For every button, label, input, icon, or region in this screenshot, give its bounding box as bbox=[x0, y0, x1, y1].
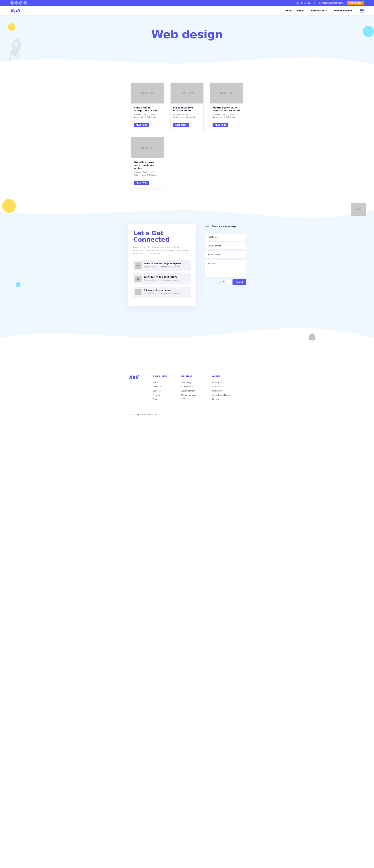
phone-link[interactable]: +815.555.5555 bbox=[292, 2, 310, 4]
contact-card: Let's Get Connected Lorem ipsum dolor si… bbox=[128, 224, 196, 306]
feature-desc: Sed fringilla nulla id ante pulvinar pha… bbox=[144, 266, 181, 268]
article-title[interactable]: Mauris scelerisque rhoncus mauris vitae bbox=[213, 106, 240, 113]
youtube-icon[interactable] bbox=[24, 1, 27, 5]
circle-decoration bbox=[15, 282, 21, 287]
footer-link[interactable]: Advertisement bbox=[181, 390, 197, 392]
footer-link[interactable]: Digital marketing bbox=[181, 394, 197, 396]
svg-rect-0 bbox=[20, 2, 22, 3]
footer-link[interactable]: SEO bbox=[181, 398, 197, 400]
read-more-button[interactable]: READ MORE bbox=[213, 123, 228, 127]
contact-intro: Lorem ipsum dolor sit amet, consectetur … bbox=[133, 246, 191, 255]
email-link[interactable]: info@mycompany.com bbox=[319, 2, 343, 4]
footer: Kali Quick links Home About us Services … bbox=[0, 348, 374, 421]
page-title: Web design bbox=[0, 28, 374, 41]
email-field[interactable]: Email Address bbox=[205, 242, 246, 249]
svg-point-1 bbox=[21, 3, 21, 3]
footer-link[interactable]: Home bbox=[153, 381, 167, 383]
footer-link[interactable]: Services bbox=[153, 390, 167, 392]
feature-item: We focus on the best resultsSed fringill… bbox=[133, 273, 191, 284]
feature-desc: Sed fringilla nulla id ante pulvinar pha… bbox=[144, 292, 180, 295]
article-meta: by admin | Oct 21, 2022 | Uncategorized,… bbox=[134, 114, 161, 119]
phone-field[interactable]: Phone number bbox=[205, 251, 246, 258]
footer-heading: Services bbox=[181, 375, 197, 377]
footer-col-about: About About Kavi Careers Innovation Term… bbox=[212, 375, 230, 402]
footer-link[interactable]: Privacy bbox=[212, 398, 230, 400]
article-card: 1000 x 563 Phasellus purus justo, mollis… bbox=[131, 137, 164, 188]
feature-icon bbox=[135, 276, 142, 282]
chevron-down-icon: ⌄ bbox=[352, 10, 354, 11]
feature-title: 15 years of experience bbox=[144, 289, 180, 291]
article-image[interactable]: 1000 x 563 bbox=[131, 137, 164, 158]
nav-hero-headers[interactable]: Hero headers⌄ bbox=[311, 9, 329, 12]
nav-pages[interactable]: Pages⌄ bbox=[297, 9, 306, 12]
article-card: 1000 x 563 Fusce interdum ultricies dolo… bbox=[170, 83, 204, 131]
footer-logo[interactable]: Kali bbox=[129, 375, 138, 380]
hero: Web design bbox=[0, 16, 374, 70]
chevron-down-icon: ⌄ bbox=[327, 10, 329, 11]
footer-link[interactable]: Blog bbox=[153, 398, 167, 400]
divider bbox=[314, 2, 315, 4]
message-field[interactable]: Message bbox=[205, 260, 246, 277]
chevron-down-icon: ⌄ bbox=[305, 10, 306, 11]
contact-form: Send us a message Full Name Email Addres… bbox=[205, 224, 246, 285]
name-field[interactable]: Full Name bbox=[205, 234, 246, 241]
get-started-button[interactable]: Get started bbox=[347, 1, 364, 5]
read-more-button[interactable]: READ MORE bbox=[173, 123, 189, 127]
footer-credit: Designed by MarkHendriksen.com bbox=[129, 411, 245, 415]
footer-link[interactable]: Projects bbox=[153, 394, 167, 396]
article-meta: by admin | Oct 21, 2022 | Uncategorized,… bbox=[213, 114, 240, 119]
footer-heading: About bbox=[212, 375, 230, 377]
article-title[interactable]: Fusce interdum ultricies dolor bbox=[173, 106, 201, 113]
circle-decoration bbox=[8, 23, 15, 31]
articles-grid: 1000 x 563 Nulla arcu mi, suscipit ut du… bbox=[121, 70, 253, 197]
feature-icon bbox=[135, 262, 142, 269]
top-right: +815.555.5555 info@mycompany.com Get sta… bbox=[292, 1, 364, 5]
form-heading: Send us a message bbox=[205, 225, 246, 228]
article-image[interactable]: 1000 x 563 bbox=[170, 83, 204, 103]
facebook-icon[interactable] bbox=[10, 1, 14, 5]
footer-logo-col: Kali bbox=[129, 375, 138, 402]
article-card: 1000 x 563 Mauris scelerisque rhoncus ma… bbox=[210, 83, 243, 131]
article-title[interactable]: Nulla arcu mi, suscipit ut dui nec bbox=[134, 106, 161, 113]
instagram-icon[interactable] bbox=[19, 1, 23, 5]
feature-title: Team of the best digital experts bbox=[144, 262, 181, 265]
feature-item: 15 years of experienceSed fringilla null… bbox=[133, 286, 191, 298]
read-more-button[interactable]: READ MORE bbox=[134, 123, 149, 127]
article-meta: by admin | Oct 8, 2022 | Uncategorized, … bbox=[134, 171, 161, 177]
social-icons bbox=[10, 1, 27, 5]
submit-button[interactable]: Submit bbox=[232, 279, 246, 285]
captcha-input[interactable] bbox=[227, 280, 231, 284]
footer-link[interactable]: eCommerce bbox=[181, 386, 197, 388]
main-nav: Kali Home Pages⌄ Hero headers⌄ Header & … bbox=[0, 6, 374, 16]
nav-header-menu[interactable]: Header & menu⌄ bbox=[334, 9, 354, 12]
feature-title: We focus on the best results bbox=[144, 276, 180, 278]
placeholder-image: 200 x 191Powered by HTML.COM bbox=[351, 203, 366, 216]
nav-links: Home Pages⌄ Hero headers⌄ Header & menu⌄ bbox=[285, 9, 354, 12]
svg-point-5 bbox=[14, 41, 18, 46]
footer-link[interactable]: Innovation bbox=[212, 390, 230, 392]
article-meta: by admin | Oct 21, 2022 | Uncategorized,… bbox=[173, 114, 201, 119]
footer-link[interactable]: About Kavi bbox=[212, 381, 230, 383]
feature-desc: Sed fringilla nulla id ante pulvinar pha… bbox=[144, 279, 180, 282]
article-image[interactable]: 1000 x 563 bbox=[210, 83, 243, 103]
nav-home[interactable]: Home bbox=[285, 9, 292, 12]
article-title[interactable]: Phasellus purus justo, mollis nec sapien bbox=[134, 161, 161, 170]
circle-decoration bbox=[363, 26, 374, 37]
logo[interactable]: Kali bbox=[10, 8, 20, 13]
footer-link[interactable]: Terms & conditions bbox=[212, 394, 230, 396]
article-image[interactable]: 1000 x 563 bbox=[131, 83, 164, 103]
feature-item: Team of the best digital expertsSed frin… bbox=[133, 260, 191, 271]
top-bar: +815.555.5555 info@mycompany.com Get sta… bbox=[0, 0, 374, 6]
circle-decoration bbox=[2, 199, 16, 213]
feature-icon bbox=[135, 289, 142, 295]
svg-rect-3 bbox=[293, 2, 294, 4]
captcha-quiz: 6 + 9 = bbox=[219, 280, 231, 284]
hamburger-icon[interactable] bbox=[360, 9, 364, 12]
contact-heading: Let's Get Connected bbox=[133, 230, 191, 243]
footer-link[interactable]: Web design bbox=[181, 381, 197, 383]
footer-link[interactable]: Careers bbox=[212, 386, 230, 388]
footer-col-quicklinks: Quick links Home About us Services Proje… bbox=[153, 375, 167, 402]
read-more-button[interactable]: READ MORE bbox=[134, 181, 149, 185]
twitter-icon[interactable] bbox=[15, 1, 18, 5]
footer-link[interactable]: About us bbox=[153, 386, 167, 388]
